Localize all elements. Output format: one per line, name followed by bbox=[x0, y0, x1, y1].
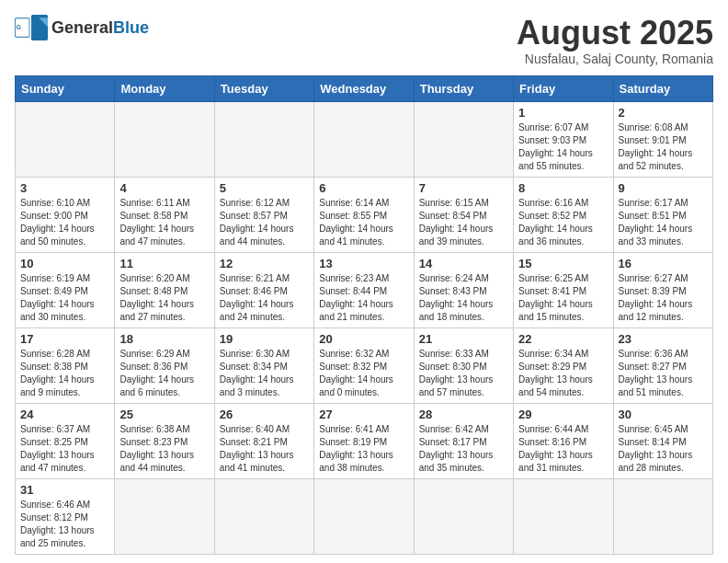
calendar-day-cell bbox=[214, 101, 313, 177]
day-number: 21 bbox=[419, 332, 508, 346]
calendar-week-row: 3Sunrise: 6:10 AM Sunset: 9:00 PM Daylig… bbox=[16, 177, 713, 252]
day-number: 25 bbox=[119, 408, 209, 421]
header-sunday: Sunday bbox=[16, 75, 115, 101]
calendar-day-cell: 30Sunrise: 6:45 AM Sunset: 8:14 PM Dayli… bbox=[613, 403, 712, 478]
day-number: 12 bbox=[220, 257, 309, 270]
weekday-header-row: Sunday Monday Tuesday Wednesday Thursday… bbox=[16, 75, 713, 101]
day-number: 31 bbox=[20, 483, 109, 497]
day-number: 9 bbox=[619, 181, 708, 195]
day-info: Sunrise: 6:19 AM Sunset: 8:49 PM Dayligh… bbox=[20, 272, 109, 324]
day-info: Sunrise: 6:46 AM Sunset: 8:12 PM Dayligh… bbox=[20, 499, 109, 550]
day-number: 28 bbox=[419, 408, 508, 421]
day-info: Sunrise: 6:37 AM Sunset: 8:25 PM Dayligh… bbox=[20, 423, 109, 475]
day-number: 13 bbox=[319, 257, 408, 270]
calendar-day-cell: 7Sunrise: 6:15 AM Sunset: 8:54 PM Daylig… bbox=[414, 177, 513, 252]
calendar-day-cell: 31Sunrise: 6:46 AM Sunset: 8:12 PM Dayli… bbox=[16, 478, 115, 554]
day-number: 2 bbox=[619, 106, 708, 120]
day-info: Sunrise: 6:27 AM Sunset: 8:39 PM Dayligh… bbox=[619, 272, 708, 324]
calendar-day-cell: 24Sunrise: 6:37 AM Sunset: 8:25 PM Dayli… bbox=[16, 403, 115, 478]
calendar-day-cell: 16Sunrise: 6:27 AM Sunset: 8:39 PM Dayli… bbox=[613, 252, 712, 327]
calendar-day-cell: 27Sunrise: 6:41 AM Sunset: 8:19 PM Dayli… bbox=[314, 403, 414, 478]
logo-text: GeneralBlue bbox=[51, 18, 149, 38]
calendar-week-row: 1Sunrise: 6:07 AM Sunset: 9:03 PM Daylig… bbox=[16, 101, 713, 177]
day-info: Sunrise: 6:29 AM Sunset: 8:36 PM Dayligh… bbox=[119, 348, 209, 399]
header-thursday: Thursday bbox=[414, 75, 513, 101]
calendar-title: August 2025 bbox=[517, 15, 713, 52]
day-number: 17 bbox=[20, 332, 109, 346]
day-info: Sunrise: 6:32 AM Sunset: 8:32 PM Dayligh… bbox=[319, 348, 408, 399]
day-number: 10 bbox=[20, 257, 109, 270]
title-area: August 2025 Nusfalau, Salaj County, Roma… bbox=[517, 15, 713, 66]
day-number: 27 bbox=[319, 408, 408, 421]
day-info: Sunrise: 6:33 AM Sunset: 8:30 PM Dayligh… bbox=[419, 348, 508, 399]
calendar-day-cell: 2Sunrise: 6:08 AM Sunset: 9:01 PM Daylig… bbox=[613, 101, 712, 177]
day-info: Sunrise: 6:16 AM Sunset: 8:52 PM Dayligh… bbox=[518, 197, 608, 248]
day-info: Sunrise: 6:30 AM Sunset: 8:34 PM Dayligh… bbox=[220, 348, 309, 399]
day-number: 30 bbox=[619, 408, 708, 421]
day-info: Sunrise: 6:44 AM Sunset: 8:16 PM Dayligh… bbox=[518, 423, 608, 475]
header-friday: Friday bbox=[514, 75, 613, 101]
calendar-day-cell bbox=[414, 101, 513, 177]
calendar-day-cell: 10Sunrise: 6:19 AM Sunset: 8:49 PM Dayli… bbox=[16, 252, 115, 327]
day-info: Sunrise: 6:08 AM Sunset: 9:01 PM Dayligh… bbox=[619, 121, 708, 173]
calendar-day-cell bbox=[514, 478, 613, 554]
calendar-day-cell bbox=[16, 101, 115, 177]
calendar-day-cell: 13Sunrise: 6:23 AM Sunset: 8:44 PM Dayli… bbox=[314, 252, 414, 327]
day-info: Sunrise: 6:15 AM Sunset: 8:54 PM Dayligh… bbox=[419, 197, 508, 248]
day-info: Sunrise: 6:36 AM Sunset: 8:27 PM Dayligh… bbox=[619, 348, 708, 399]
calendar-day-cell: 9Sunrise: 6:17 AM Sunset: 8:51 PM Daylig… bbox=[613, 177, 712, 252]
day-info: Sunrise: 6:45 AM Sunset: 8:14 PM Dayligh… bbox=[619, 423, 708, 475]
day-info: Sunrise: 6:23 AM Sunset: 8:44 PM Dayligh… bbox=[319, 272, 408, 324]
calendar-day-cell bbox=[613, 478, 712, 554]
calendar-day-cell: 28Sunrise: 6:42 AM Sunset: 8:17 PM Dayli… bbox=[414, 403, 513, 478]
calendar-day-cell: 6Sunrise: 6:14 AM Sunset: 8:55 PM Daylig… bbox=[314, 177, 414, 252]
day-number: 3 bbox=[20, 181, 109, 195]
day-number: 6 bbox=[319, 181, 408, 195]
calendar-week-row: 10Sunrise: 6:19 AM Sunset: 8:49 PM Dayli… bbox=[16, 252, 713, 327]
day-number: 16 bbox=[619, 257, 708, 270]
calendar-day-cell: 29Sunrise: 6:44 AM Sunset: 8:16 PM Dayli… bbox=[514, 403, 613, 478]
svg-text:G: G bbox=[17, 24, 21, 30]
calendar-day-cell bbox=[314, 101, 414, 177]
calendar-day-cell bbox=[414, 478, 513, 554]
calendar-day-cell: 3Sunrise: 6:10 AM Sunset: 9:00 PM Daylig… bbox=[16, 177, 115, 252]
day-number: 15 bbox=[518, 257, 608, 270]
day-info: Sunrise: 6:14 AM Sunset: 8:55 PM Dayligh… bbox=[319, 197, 408, 248]
day-number: 24 bbox=[20, 408, 109, 421]
day-info: Sunrise: 6:20 AM Sunset: 8:48 PM Dayligh… bbox=[119, 272, 209, 324]
calendar-day-cell: 21Sunrise: 6:33 AM Sunset: 8:30 PM Dayli… bbox=[414, 327, 513, 403]
calendar-day-cell bbox=[214, 478, 313, 554]
calendar-week-row: 24Sunrise: 6:37 AM Sunset: 8:25 PM Dayli… bbox=[16, 403, 713, 478]
calendar-day-cell bbox=[314, 478, 414, 554]
day-number: 1 bbox=[518, 106, 608, 120]
day-number: 4 bbox=[119, 181, 209, 195]
day-info: Sunrise: 6:38 AM Sunset: 8:23 PM Dayligh… bbox=[119, 423, 209, 475]
calendar-day-cell bbox=[115, 101, 214, 177]
day-number: 18 bbox=[119, 332, 209, 346]
day-info: Sunrise: 6:24 AM Sunset: 8:43 PM Dayligh… bbox=[419, 272, 508, 324]
day-info: Sunrise: 6:11 AM Sunset: 8:58 PM Dayligh… bbox=[119, 197, 209, 248]
day-info: Sunrise: 6:42 AM Sunset: 8:17 PM Dayligh… bbox=[419, 423, 508, 475]
day-number: 7 bbox=[419, 181, 508, 195]
day-info: Sunrise: 6:34 AM Sunset: 8:29 PM Dayligh… bbox=[518, 348, 608, 399]
calendar-day-cell: 11Sunrise: 6:20 AM Sunset: 8:48 PM Dayli… bbox=[115, 252, 214, 327]
header-saturday: Saturday bbox=[613, 75, 712, 101]
day-info: Sunrise: 6:21 AM Sunset: 8:46 PM Dayligh… bbox=[220, 272, 309, 324]
header-monday: Monday bbox=[115, 75, 214, 101]
calendar-week-row: 17Sunrise: 6:28 AM Sunset: 8:38 PM Dayli… bbox=[16, 327, 713, 403]
day-number: 29 bbox=[518, 408, 608, 421]
calendar-subtitle: Nusfalau, Salaj County, Romania bbox=[517, 52, 713, 66]
logo-icon: G bbox=[15, 15, 48, 40]
calendar-day-cell: 18Sunrise: 6:29 AM Sunset: 8:36 PM Dayli… bbox=[115, 327, 214, 403]
calendar-day-cell: 5Sunrise: 6:12 AM Sunset: 8:57 PM Daylig… bbox=[214, 177, 313, 252]
day-number: 11 bbox=[119, 257, 209, 270]
day-info: Sunrise: 6:41 AM Sunset: 8:19 PM Dayligh… bbox=[319, 423, 408, 475]
day-number: 8 bbox=[518, 181, 608, 195]
day-number: 22 bbox=[518, 332, 608, 346]
calendar-day-cell: 22Sunrise: 6:34 AM Sunset: 8:29 PM Dayli… bbox=[514, 327, 613, 403]
calendar-day-cell: 20Sunrise: 6:32 AM Sunset: 8:32 PM Dayli… bbox=[314, 327, 414, 403]
day-info: Sunrise: 6:28 AM Sunset: 8:38 PM Dayligh… bbox=[20, 348, 109, 399]
header: G GeneralBlue August 2025 Nusfalau, Sala… bbox=[15, 15, 713, 66]
header-tuesday: Tuesday bbox=[214, 75, 313, 101]
day-number: 26 bbox=[220, 408, 309, 421]
